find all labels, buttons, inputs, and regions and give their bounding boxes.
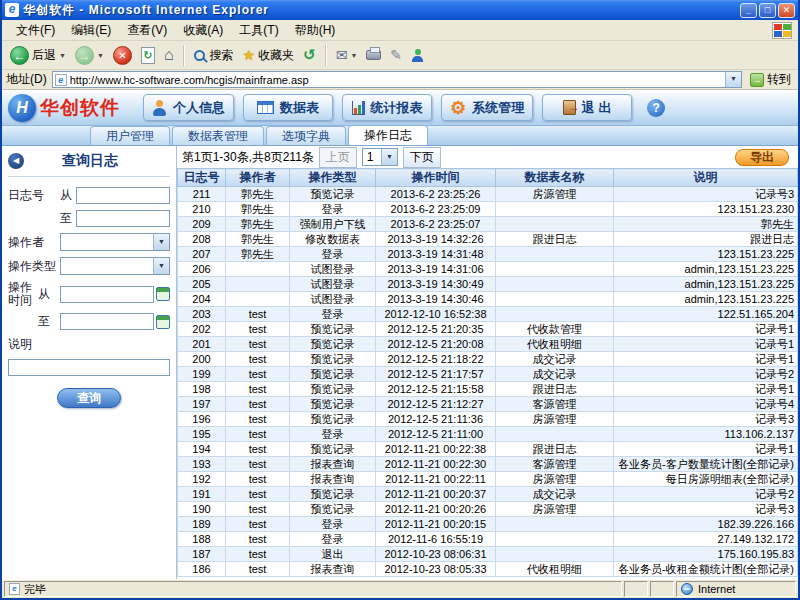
table-row[interactable]: 194test预览记录2012-11-21 00:22:38跟进日志记录号1 xyxy=(178,442,798,457)
chevron-down-icon: ▼ xyxy=(153,234,169,250)
menu-favorites[interactable]: 收藏(A) xyxy=(175,20,231,41)
operator-row: 操作者 ▼ xyxy=(8,233,170,251)
address-label: 地址(D) xyxy=(6,71,47,88)
forward-dropdown-icon[interactable]: ▼ xyxy=(97,52,104,59)
log-no-to-input[interactable] xyxy=(76,210,170,227)
col-header-table-name[interactable]: 数据表名称 xyxy=(496,169,614,187)
tab-table-management[interactable]: 数据表管理 xyxy=(172,126,264,145)
search-button[interactable]: 搜索 xyxy=(191,45,237,66)
table-row[interactable]: 191test预览记录2012-11-21 00:20:37成交记录记录号2 xyxy=(178,487,798,502)
mail-button[interactable]: ✉ ▼ xyxy=(333,45,361,65)
op-time-from-input[interactable] xyxy=(60,286,154,303)
table-row[interactable]: 201test预览记录2012-12-5 21:20:08代收租明细记录号1 xyxy=(178,337,798,352)
to-label: 至 xyxy=(60,210,76,227)
table-row[interactable]: 200test预览记录2012-12-5 21:18:22成交记录记录号1 xyxy=(178,352,798,367)
tab-option-dictionary[interactable]: 选项字典 xyxy=(266,126,346,145)
table-row[interactable]: 186test报表查询2012-10-23 08:05:33代收租明细各业务员-… xyxy=(178,562,798,577)
cell-table-name: 跟进日志 xyxy=(496,232,614,247)
refresh-button[interactable]: ↻ xyxy=(138,45,158,66)
table-row[interactable]: 187test退出2012-10-23 08:06:31175.160.195.… xyxy=(178,547,798,562)
collapse-sidebar-button[interactable]: ◀ xyxy=(8,153,24,169)
nav-system-management-button[interactable]: ⚙ 系统管理 xyxy=(441,94,533,121)
messenger-button[interactable] xyxy=(408,47,427,64)
table-row[interactable]: 205试图登录2013-3-19 14:30:49admin,123.151.2… xyxy=(178,277,798,292)
address-dropdown-icon[interactable]: ▼ xyxy=(725,72,741,87)
table-row[interactable]: 209郭先生强制用户下线2013-6-2 23:25:07郭先生 xyxy=(178,217,798,232)
table-row[interactable]: 192test报表查询2012-11-21 00:22:11房源管理每日房源明细… xyxy=(178,472,798,487)
stop-button[interactable]: ✕ xyxy=(110,44,135,67)
prev-page-button[interactable]: 上页 xyxy=(319,147,357,168)
history-button[interactable]: ↺ xyxy=(300,44,319,66)
desc-label: 说明 xyxy=(8,336,60,353)
table-row[interactable]: 190test预览记录2012-11-21 00:20:26房源管理记录号3 xyxy=(178,502,798,517)
col-header-description[interactable]: 说明 xyxy=(614,169,798,187)
table-row[interactable]: 210郭先生登录2013-6-2 23:25:09123.151.23.230 xyxy=(178,202,798,217)
tab-operation-log[interactable]: 操作日志 xyxy=(348,125,428,145)
mail-dropdown-icon[interactable]: ▼ xyxy=(350,52,357,59)
cell-op-type: 试图登录 xyxy=(290,262,376,277)
page-icon: e xyxy=(55,74,67,86)
table-row[interactable]: 196test预览记录2012-12-5 21:11:36房源管理记录号3 xyxy=(178,412,798,427)
cell-description: 记录号2 xyxy=(614,367,798,382)
table-row[interactable]: 207郭先生登录2013-3-19 14:31:48123.151.23.225 xyxy=(178,247,798,262)
cell-op-type: 预览记录 xyxy=(290,382,376,397)
calendar-icon[interactable] xyxy=(156,287,170,301)
op-time-to-input[interactable] xyxy=(60,313,154,330)
col-header-op-type[interactable]: 操作类型 xyxy=(290,169,376,187)
menu-edit[interactable]: 编辑(E) xyxy=(63,20,119,41)
table-row[interactable]: 199test预览记录2012-12-5 21:17:57成交记录记录号2 xyxy=(178,367,798,382)
table-row[interactable]: 198test预览记录2012-12-5 21:15:58跟进日志记录号1 xyxy=(178,382,798,397)
search-icon xyxy=(194,50,205,61)
table-row[interactable]: 204试图登录2013-3-19 14:30:46admin,123.151.2… xyxy=(178,292,798,307)
desc-input[interactable] xyxy=(8,359,170,376)
back-dropdown-icon[interactable]: ▼ xyxy=(59,52,66,59)
next-page-button[interactable]: 下页 xyxy=(403,147,441,168)
table-row[interactable]: 208郭先生修改数据表2013-3-19 14:32:26跟进日志跟进日志 xyxy=(178,232,798,247)
calendar-icon[interactable] xyxy=(156,315,170,329)
home-button[interactable]: ⌂ xyxy=(161,44,177,66)
op-type-select[interactable]: ▼ xyxy=(60,257,170,275)
cell-log-no: 204 xyxy=(178,292,226,307)
address-input[interactable] xyxy=(70,74,725,86)
maximize-button[interactable]: □ xyxy=(759,3,776,18)
brand-name: 华创软件 xyxy=(40,95,120,121)
table-row[interactable]: 188test登录2012-11-6 16:55:1927.149.132.17… xyxy=(178,532,798,547)
nav-data-tables-button[interactable]: 数据表 xyxy=(243,94,333,121)
log-no-from-input[interactable] xyxy=(76,187,170,204)
tab-user-management[interactable]: 用户管理 xyxy=(90,126,170,145)
forward-button[interactable]: → ▼ xyxy=(72,44,107,67)
table-row[interactable]: 202test预览记录2012-12-5 21:20:35代收款管理记录号1 xyxy=(178,322,798,337)
cell-log-no: 188 xyxy=(178,532,226,547)
table-row[interactable]: 203test登录2012-12-10 16:52:38122.51.165.2… xyxy=(178,307,798,322)
minimize-button[interactable]: _ xyxy=(740,3,757,18)
cell-table-name xyxy=(496,547,614,562)
menu-tools[interactable]: 工具(T) xyxy=(231,20,286,41)
favorites-button[interactable]: ★ 收藏夹 xyxy=(240,45,298,66)
close-button[interactable]: ✕ xyxy=(778,3,795,18)
col-header-log-no[interactable]: 日志号 xyxy=(178,169,226,187)
go-button[interactable]: → 转到 xyxy=(747,71,794,88)
menu-file[interactable]: 文件(F) xyxy=(8,20,63,41)
table-row[interactable]: 193test报表查询2012-11-21 00:22:30客源管理各业务员-客… xyxy=(178,457,798,472)
help-button[interactable]: ? xyxy=(647,99,665,117)
back-button[interactable]: ← 后退 ▼ xyxy=(7,44,69,67)
col-header-op-time[interactable]: 操作时间 xyxy=(376,169,496,187)
table-row[interactable]: 197test预览记录2012-12-5 21:12:27客源管理记录号4 xyxy=(178,397,798,412)
table-row[interactable]: 206试图登录2013-3-19 14:31:06admin,123.151.2… xyxy=(178,262,798,277)
menu-view[interactable]: 查看(V) xyxy=(119,20,175,41)
col-header-operator[interactable]: 操作者 xyxy=(226,169,290,187)
page-select[interactable]: 1 ▼ xyxy=(362,148,398,166)
query-button[interactable]: 查询 xyxy=(57,388,121,408)
edit-button[interactable]: ✎ xyxy=(387,45,405,65)
export-button[interactable]: 导出 xyxy=(735,149,789,166)
print-button[interactable] xyxy=(363,48,384,62)
nav-statistics-button[interactable]: 统计报表 xyxy=(342,94,432,121)
favorites-star-icon: ★ xyxy=(243,47,256,63)
menu-help[interactable]: 帮助(H) xyxy=(287,20,344,41)
nav-logout-button[interactable]: 退 出 xyxy=(542,94,632,121)
table-row[interactable]: 189test登录2012-11-21 00:20:15182.39.226.1… xyxy=(178,517,798,532)
table-row[interactable]: 211郭先生预览记录2013-6-2 23:25:26房源管理记录号3 xyxy=(178,187,798,202)
operator-select[interactable]: ▼ xyxy=(60,233,170,251)
table-row[interactable]: 195test登录2012-12-5 21:11:00113.106.2.137 xyxy=(178,427,798,442)
nav-personal-info-button[interactable]: 个人信息 xyxy=(143,94,234,121)
